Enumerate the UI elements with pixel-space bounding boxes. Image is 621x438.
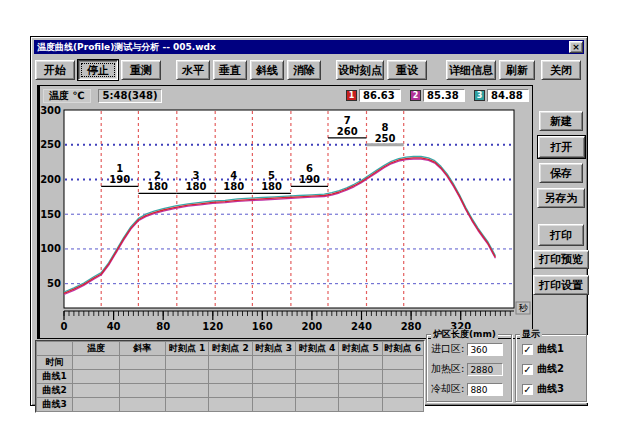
save-as-button[interactable]: 另存为 [537, 188, 585, 208]
svg-text:100: 100 [40, 243, 61, 254]
svg-text:180: 180 [186, 181, 207, 192]
svg-text:200: 200 [40, 174, 61, 185]
curve3-checkbox-row[interactable]: ✓ 曲线3 [522, 382, 564, 396]
print-setup-button[interactable]: 打印设置 [533, 275, 589, 295]
heating-zone-field: 加热区: 2880 [431, 362, 503, 376]
channel-3-color-icon: 3 [474, 90, 485, 101]
curve3-checkbox-label: 曲线3 [537, 382, 564, 396]
svg-text:180: 180 [223, 181, 244, 192]
display-group: 显示 ✓ 曲线1 ✓ 曲线2 ✓ 曲线3 [515, 334, 587, 402]
svg-text:250: 250 [40, 139, 61, 150]
svg-text:250: 250 [375, 133, 396, 144]
heating-zone-input[interactable]: 2880 [467, 363, 503, 376]
inlet-zone-label: 进口区: [431, 342, 464, 356]
stop-button[interactable]: 停止 [78, 60, 118, 80]
channel-3: 3 84.88 [474, 89, 529, 102]
open-button[interactable]: 打开 [538, 136, 585, 158]
oven-zone-group-title: 炉区长度(mm) [431, 329, 498, 339]
inlet-zone-input[interactable]: 360 [467, 343, 503, 356]
svg-text:150: 150 [40, 209, 61, 220]
svg-text:190: 190 [299, 174, 320, 185]
svg-text:180: 180 [261, 181, 282, 192]
save-button[interactable]: 保存 [539, 163, 583, 183]
chart-panel: 温度 ℃ 5:48(348) 1 86.63 2 85.38 3 84.88 1… [37, 85, 533, 339]
svg-text:200: 200 [301, 321, 322, 332]
close-icon[interactable]: × [569, 41, 583, 53]
curve3-checkbox-icon[interactable]: ✓ [522, 384, 533, 395]
cooling-zone-label: 冷却区: [431, 382, 464, 396]
window-title: 温度曲线(Profile)测试与分析 -- 005.wdx [34, 41, 569, 54]
remeasure-button[interactable]: 重测 [121, 60, 161, 80]
print-preview-button[interactable]: 打印预览 [533, 250, 589, 269]
svg-text:2: 2 [154, 170, 161, 181]
vertical-button[interactable]: 垂直 [213, 60, 247, 80]
oven-zone-group: 炉区长度(mm) 进口区: 360 加热区: 2880 冷却区: 880 [426, 334, 512, 402]
profile-table: 温度斜率时刻点 1时刻点 2时刻点 3时刻点 4时刻点 5时刻点 6时间曲线1曲… [36, 341, 424, 412]
channel-1: 1 86.63 [346, 89, 401, 102]
svg-text:3: 3 [193, 170, 200, 181]
curve1-checkbox-label: 曲线1 [537, 342, 564, 356]
toolbar: 开始 停止 重测 水平 垂直 斜线 消除 设时刻点 重设 详细信息 刷新 关闭 [35, 57, 583, 83]
slant-line-button[interactable]: 斜线 [250, 60, 284, 80]
channel-2: 2 85.38 [410, 89, 465, 102]
set-timepoint-button[interactable]: 设时刻点 [336, 60, 384, 80]
channel-3-value: 84.88 [487, 89, 529, 102]
svg-text:120: 120 [202, 321, 223, 332]
channel-1-color-icon: 1 [346, 90, 357, 101]
close-button[interactable]: 关闭 [541, 60, 581, 80]
details-button[interactable]: 详细信息 [446, 60, 496, 80]
svg-text:8: 8 [382, 122, 389, 133]
svg-text:190: 190 [109, 174, 130, 185]
inlet-zone-field: 进口区: 360 [431, 342, 503, 356]
horizontal-button[interactable]: 水平 [176, 60, 210, 80]
curve1-checkbox-row[interactable]: ✓ 曲线1 [522, 342, 564, 356]
new-button[interactable]: 新建 [539, 111, 583, 131]
temperature-unit-label: 温度 ℃ [43, 89, 91, 103]
start-button[interactable]: 开始 [35, 60, 75, 80]
svg-text:300: 300 [40, 105, 61, 116]
svg-text:40: 40 [107, 321, 121, 332]
svg-text:5: 5 [268, 170, 275, 181]
svg-text:1: 1 [116, 163, 123, 174]
svg-text:秒: 秒 [519, 303, 529, 313]
title-bar: 温度曲线(Profile)测试与分析 -- 005.wdx × [34, 40, 584, 54]
heating-zone-label: 加热区: [431, 362, 464, 376]
display-group-title: 显示 [520, 329, 542, 339]
svg-text:0: 0 [61, 321, 68, 332]
refresh-button[interactable]: 刷新 [499, 60, 535, 80]
svg-text:240: 240 [351, 321, 372, 332]
cursor-time-readout: 5:48(348) [98, 89, 163, 103]
cooling-zone-field: 冷却区: 880 [431, 382, 503, 396]
svg-text:80: 80 [156, 321, 170, 332]
curve2-checkbox-row[interactable]: ✓ 曲线2 [522, 362, 564, 376]
svg-text:160: 160 [252, 321, 273, 332]
curve2-checkbox-icon[interactable]: ✓ [522, 364, 533, 375]
status-row: 温度 ℃ 5:48(348) 1 86.63 2 85.38 3 84.88 [43, 88, 529, 103]
print-button[interactable]: 打印 [538, 224, 584, 246]
channel-2-color-icon: 2 [410, 90, 421, 101]
channel-readouts: 1 86.63 2 85.38 3 84.88 [346, 89, 529, 102]
results-table-wrap: 温度斜率时刻点 1时刻点 2时刻点 3时刻点 4时刻点 5时刻点 6时间曲线1曲… [35, 340, 425, 413]
curve2-checkbox-label: 曲线2 [537, 362, 564, 376]
reset-button[interactable]: 重设 [387, 60, 427, 80]
svg-text:7: 7 [344, 115, 351, 126]
app-window: 温度曲线(Profile)测试与分析 -- 005.wdx × 开始 停止 重测… [30, 36, 588, 406]
svg-text:180: 180 [147, 181, 168, 192]
channel-2-value: 85.38 [423, 89, 465, 102]
svg-text:50: 50 [47, 278, 61, 289]
svg-text:4: 4 [230, 170, 237, 181]
cooling-zone-input[interactable]: 880 [467, 383, 503, 396]
erase-button[interactable]: 消除 [287, 60, 321, 80]
svg-text:6: 6 [306, 163, 313, 174]
curve1-checkbox-icon[interactable]: ✓ [522, 344, 533, 355]
svg-text:260: 260 [337, 126, 358, 137]
channel-1-value: 86.63 [359, 89, 401, 102]
svg-text:280: 280 [401, 321, 422, 332]
profile-chart[interactable]: 1190218031804180518061907260825050100150… [40, 105, 532, 335]
